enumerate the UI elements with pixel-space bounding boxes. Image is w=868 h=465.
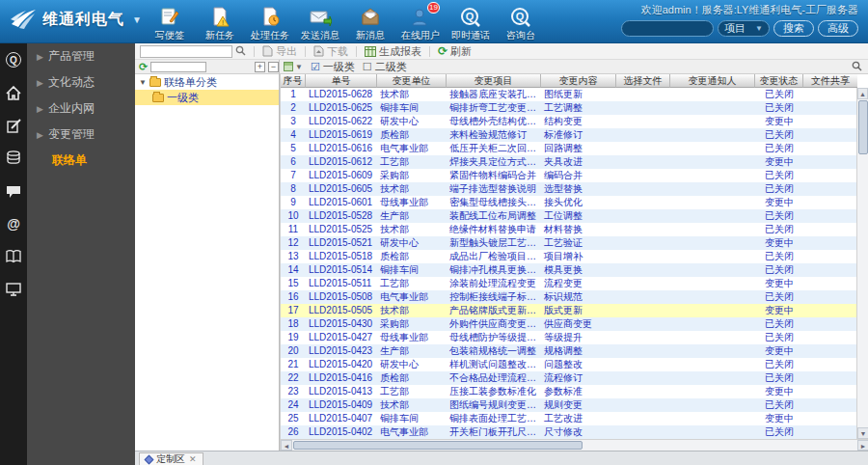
cell-dept[interactable]: 技术部 [377,88,447,101]
cell-content[interactable]: 工艺改进 [541,412,616,425]
cell-project[interactable]: 铜排冲孔模具更换通知 [447,263,541,277]
sidebar-item-product-mgmt[interactable]: ▶产品管理 [27,43,135,69]
cell-content[interactable]: 选型替换 [541,182,616,196]
consult-desk-button[interactable]: Q 咨询台 [496,2,546,42]
cell-project[interactable]: 母线槽防护等级提升方案… [447,331,541,344]
new-message-button[interactable]: 新消息 [345,2,395,42]
book-icon[interactable] [0,240,27,273]
table-row[interactable]: 5LLD2015-0616电气事业部低压开关柜二次回路调整…回路调整已关闭 [281,142,868,155]
cell-dept[interactable]: 质检部 [377,128,447,142]
cell-content[interactable]: 工位调整 [541,209,616,223]
cell-content[interactable]: 规则变更 [541,398,616,412]
send-message-button[interactable]: 发送消息 [295,2,345,42]
search-icon[interactable] [235,45,246,58]
cell-project[interactable]: 密集型母线槽接头优化 [447,196,541,209]
cell-project[interactable]: 产品铭牌版式更新通知 [447,304,541,317]
column-header-content[interactable]: 变更内容 [541,74,616,88]
cell-project[interactable]: 绝缘件材料替换申请 [447,223,541,236]
search-button[interactable]: 搜索 [773,20,814,37]
cell-status[interactable]: 已关闭 [755,101,803,115]
cell-status[interactable]: 变更中 [755,196,803,209]
cell-no[interactable]: 17 [281,304,306,317]
cell-no[interactable]: 11 [281,223,306,236]
cell-no[interactable]: 19 [281,331,306,344]
cell-dept[interactable]: 铜排车间 [377,412,447,425]
tree-root-node[interactable]: ▼ 联络单分类 [135,74,279,90]
cell-no[interactable]: 12 [281,236,306,250]
cell-no[interactable]: 9 [281,196,306,209]
cell-status[interactable]: 已关闭 [755,425,803,439]
cell-status[interactable]: 已关闭 [755,317,803,331]
cell-project[interactable]: 外购件供应商变更评审 [447,317,541,331]
cell-status[interactable]: 变更中 [755,412,803,425]
column-header-file[interactable]: 选择文件 [616,74,670,88]
cell-content[interactable]: 工艺验证 [541,236,616,250]
table-row[interactable]: 8LLD2015-0605技术部端子排选型替换说明选型替换已关闭 [281,182,868,196]
cell-status[interactable]: 已关闭 [755,290,803,304]
download-button[interactable]: 下载 [313,44,348,59]
cell-dept[interactable]: 质检部 [377,250,447,263]
at-mention-icon[interactable]: @ [0,207,27,240]
cell-no[interactable]: 18 [281,317,306,331]
cell-status[interactable]: 已关闭 [755,263,803,277]
cell-dept[interactable]: 工艺部 [377,385,447,398]
cell-status[interactable]: 变更中 [755,344,803,358]
logo-dropdown-caret[interactable]: ▼ [132,14,142,25]
cell-code[interactable]: LLD2015-0525 [306,223,377,236]
cell-code[interactable]: LLD2015-0420 [306,358,377,371]
cell-no[interactable]: 16 [281,290,306,304]
cell-content[interactable]: 标识规范 [541,290,616,304]
cell-project[interactable]: 开关柜门板开孔尺寸修改 [447,425,541,439]
cell-status[interactable]: 已关闭 [755,398,803,412]
cell-project[interactable]: 新型触头镀层工艺验证… [447,236,541,250]
close-icon[interactable]: ✕ [189,454,197,464]
table-row[interactable]: 17LLD2015-0505技术部产品铭牌版式更新通知版式更新变更中 [281,304,868,317]
cell-dept[interactable]: 采购部 [377,169,447,182]
cell-status[interactable]: 已关闭 [755,331,803,344]
cell-no[interactable]: 2 [281,101,306,115]
cell-content[interactable]: 尺寸修改 [541,425,616,439]
cell-status[interactable]: 变更中 [755,277,803,290]
cell-status[interactable]: 已关闭 [755,223,803,236]
cell-project[interactable]: 紧固件物料编码合并 [447,169,541,182]
cell-dept[interactable]: 技术部 [377,223,447,236]
handle-task-button[interactable]: 处理任务 [245,2,295,42]
cell-project[interactable]: 接触器底座安装孔位调整 [447,88,541,101]
table-row[interactable]: 13LLD2015-0518质检部成品出厂检验项目增补项目增补已关闭 [281,250,868,263]
cell-status[interactable]: 已关闭 [755,142,803,155]
cell-project[interactable]: 压接工装参数标准化 [447,385,541,398]
cell-project[interactable]: 来料检验规范修订 [447,128,541,142]
cell-status[interactable]: 已关闭 [755,358,803,371]
cell-content[interactable]: 参数标准 [541,385,616,398]
cell-code[interactable]: LLD2015-0416 [306,371,377,385]
cell-code[interactable]: LLD2015-0628 [306,88,377,101]
cell-code[interactable]: LLD2015-0612 [306,155,377,169]
cell-project[interactable]: 成品出厂检验项目增补 [447,250,541,263]
table-row[interactable]: 24LLD2015-0409技术部图纸编号规则变更说明规则变更已关闭 [281,398,868,412]
table-row[interactable]: 26LLD2015-0402电气事业部开关柜门板开孔尺寸修改尺寸修改已关闭 [281,425,868,439]
cell-project[interactable]: 样机测试问题整改清单 [447,358,541,371]
grid-search-icon[interactable] [852,61,862,73]
chat-icon[interactable] [0,175,27,207]
cell-project[interactable]: 铜排表面处理工艺改进 [447,412,541,425]
cell-code[interactable]: LLD2015-0521 [306,236,377,250]
column-header-code[interactable]: 单号 [306,74,377,88]
table-row[interactable]: 22LLD2015-0416质检部不合格品处理流程修订流程修订已关闭 [281,371,868,385]
table-row[interactable]: 18LLD2015-0430采购部外购件供应商变更评审供应商变更已关闭 [281,317,868,331]
cell-project[interactable]: 端子排选型替换说明 [447,182,541,196]
cell-project[interactable]: 控制柜接线端子标识规范 [447,290,541,304]
horizontal-scrollbar[interactable]: ◄ ► [281,439,868,451]
cell-content[interactable]: 问题整改 [541,358,616,371]
cell-no[interactable]: 21 [281,358,306,371]
cell-no[interactable]: 22 [281,371,306,385]
horizontal-scroll-thumb[interactable] [293,441,583,450]
tree-refresh-icon[interactable]: ⟳ [139,61,148,73]
cell-no[interactable]: 5 [281,142,306,155]
table-row[interactable]: 16LLD2015-0508电气事业部控制柜接线端子标识规范标识规范已关闭 [281,290,868,304]
cell-code[interactable]: LLD2015-0616 [306,142,377,155]
cell-code[interactable]: LLD2015-0508 [306,290,377,304]
cell-code[interactable]: LLD2015-0528 [306,209,377,223]
messenger-q-icon[interactable]: Q [0,43,27,76]
vertical-scroll-thumb[interactable] [858,100,868,154]
table-row[interactable]: 25LLD2015-0407铜排车间铜排表面处理工艺改进工艺改进变更中 [281,412,868,425]
